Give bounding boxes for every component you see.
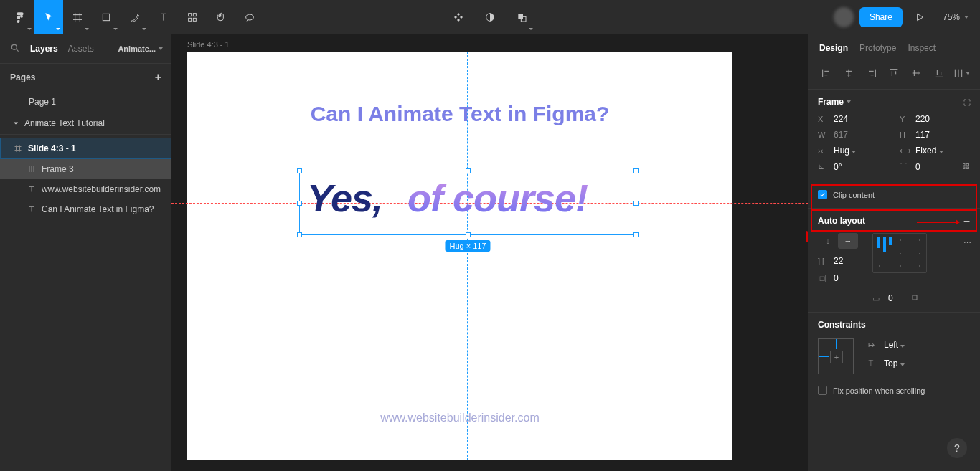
- autolayout-icon: [27, 165, 36, 173]
- search-icon[interactable]: [10, 43, 20, 54]
- align-hcenter[interactable]: [839, 65, 858, 82]
- spacing-icon: ]|[: [818, 257, 828, 265]
- align-bottom[interactable]: [929, 65, 948, 82]
- share-button[interactable]: Share: [859, 7, 903, 27]
- artboard[interactable]: Can I Animate Text in Figma? Yes, of cou…: [187, 52, 732, 460]
- radius-input[interactable]: 0: [915, 162, 920, 172]
- autolayout-section: Auto layout − ↓ → ]|[22 |□|0: [808, 209, 980, 313]
- hand-tool[interactable]: [207, 0, 235, 34]
- align-vcenter[interactable]: [907, 65, 926, 82]
- resources-tool[interactable]: [178, 0, 207, 34]
- constraint-h[interactable]: Left: [884, 340, 905, 350]
- text-tool[interactable]: [149, 0, 178, 34]
- zoom-level[interactable]: 75%: [937, 12, 974, 22]
- remove-autolayout-button[interactable]: −: [963, 216, 970, 227]
- chevron-down-icon: [13, 118, 19, 128]
- pages-label: Pages: [10, 72, 35, 82]
- y-input[interactable]: 220: [915, 114, 930, 124]
- fix-position-checkbox[interactable]: [818, 386, 827, 395]
- constraint-v[interactable]: Top: [884, 358, 905, 368]
- design-tab[interactable]: Design: [819, 43, 848, 53]
- assets-tab[interactable]: Assets: [68, 44, 94, 54]
- radius-expand-icon[interactable]: [961, 162, 970, 172]
- frame-label[interactable]: Slide 4:3 - 1: [171, 34, 808, 52]
- layer-row-frame3[interactable]: Frame 3: [0, 159, 171, 179]
- toolbar: Share 75%: [0, 0, 980, 34]
- svg-rect-12: [963, 167, 966, 169]
- present-button[interactable]: [908, 0, 931, 34]
- selection-frame[interactable]: Yes, of course! Hug × 117: [299, 171, 636, 235]
- file-name[interactable]: Animate...: [118, 44, 163, 53]
- right-panel: Design Prototype Inspect Frame X224 Y220: [808, 34, 980, 471]
- padding-v-icon: ▭: [872, 294, 882, 303]
- pen-tool[interactable]: [121, 0, 149, 34]
- mask-tool[interactable]: [476, 0, 504, 34]
- svg-rect-15: [913, 295, 917, 300]
- h-input[interactable]: 117: [915, 130, 930, 140]
- svg-point-8: [11, 44, 17, 49]
- left-panel: Layers Assets Animate... Pages + Page 1 …: [0, 34, 171, 471]
- align-right[interactable]: [862, 65, 881, 82]
- align-row: [808, 60, 980, 90]
- text-icon: [27, 205, 36, 214]
- frame-tool[interactable]: [63, 0, 92, 34]
- rotation-icon: ⊾: [818, 162, 828, 171]
- layer-row-root[interactable]: Slide 4:3 - 1: [0, 138, 171, 159]
- frame-icon: [14, 144, 22, 153]
- svg-rect-6: [518, 14, 523, 19]
- footer-url: www.websitebuilderinsider.com: [187, 411, 732, 424]
- align-left[interactable]: [816, 65, 836, 82]
- direction-horizontal[interactable]: →: [838, 233, 858, 249]
- annotation-arrow: [917, 219, 960, 227]
- text-course: of course!: [407, 176, 588, 220]
- prototype-tab[interactable]: Prototype: [859, 43, 896, 53]
- w-input[interactable]: 617: [834, 130, 848, 140]
- text-yes: Yes,: [307, 176, 382, 220]
- page-row[interactable]: Animate Text Tutorial: [0, 113, 171, 134]
- slide-title: Can I Animate Text in Figma?: [187, 102, 732, 126]
- help-button[interactable]: ?: [947, 438, 967, 458]
- add-page-button[interactable]: +: [155, 71, 161, 84]
- fix-position-label: Fix position when scrolling: [833, 386, 925, 395]
- padding-h-icon: |□|: [818, 274, 828, 282]
- rotation-input[interactable]: 0°: [834, 162, 842, 172]
- canvas[interactable]: Slide 4:3 - 1 Can I Animate Text in Figm…: [171, 34, 808, 471]
- padding-h-input[interactable]: 0: [834, 273, 839, 283]
- constraints-widget[interactable]: +: [818, 338, 854, 374]
- avatar[interactable]: [834, 7, 854, 27]
- resize-to-fit-icon[interactable]: [963, 98, 971, 108]
- svg-rect-0: [103, 14, 109, 20]
- page-row[interactable]: Page 1: [0, 91, 171, 113]
- layer-row-title[interactable]: Can I Animate Text in Figma?: [0, 199, 171, 219]
- svg-rect-10: [963, 163, 966, 166]
- layer-row-url[interactable]: www.websitebuilderinsider.com: [0, 179, 171, 199]
- figma-menu-button[interactable]: [6, 0, 34, 34]
- svg-rect-4: [193, 18, 196, 21]
- constraints-section: Constraints + ↦Left ⟙Top Fix position wh…: [808, 313, 980, 404]
- x-input[interactable]: 224: [834, 114, 848, 124]
- svg-rect-2: [193, 14, 196, 16]
- direction-vertical[interactable]: ↓: [818, 233, 838, 249]
- boolean-tool[interactable]: [507, 0, 536, 34]
- text-icon: [27, 185, 36, 194]
- alignment-preview[interactable]: [872, 233, 927, 273]
- padding-expand-icon[interactable]: [910, 293, 919, 303]
- hug-icon: ›‹: [818, 146, 828, 155]
- comment-tool[interactable]: [235, 0, 264, 34]
- component-tool[interactable]: [444, 0, 473, 34]
- h-sizing[interactable]: Fixed: [915, 146, 943, 156]
- dimension-badge: Hug × 117: [445, 240, 490, 252]
- more-options-button[interactable]: ⋯: [963, 239, 971, 248]
- move-tool[interactable]: [34, 0, 63, 34]
- layers-tab[interactable]: Layers: [30, 44, 58, 54]
- inspect-tab[interactable]: Inspect: [908, 43, 936, 53]
- padding-v-input[interactable]: 0: [888, 293, 893, 303]
- w-sizing[interactable]: Hug: [834, 146, 856, 156]
- clip-content-checkbox[interactable]: [818, 190, 827, 199]
- align-top[interactable]: [884, 65, 903, 82]
- align-distribute[interactable]: [952, 65, 971, 82]
- shape-tool[interactable]: [92, 0, 121, 34]
- frame-section: Frame X224 Y220 W617 H117 ›‹Hug ⟷Fixed ⊾…: [808, 90, 980, 181]
- spacing-input[interactable]: 22: [834, 256, 843, 266]
- svg-rect-3: [189, 18, 192, 21]
